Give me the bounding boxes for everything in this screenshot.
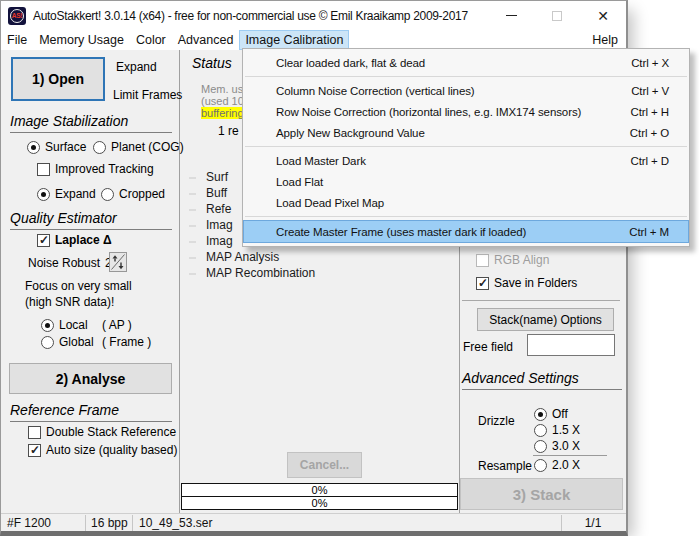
statusbar-divider bbox=[85, 515, 86, 531]
resample-label: Resample bbox=[478, 459, 532, 473]
menu-item-shortcut: Ctrl + D bbox=[631, 155, 670, 167]
menu-item-label: Row Noise Correction (horizontal lines, … bbox=[276, 106, 631, 118]
menubar-item-memory-usage[interactable]: Memory Usage bbox=[33, 30, 130, 50]
minimize-icon bbox=[506, 15, 517, 16]
caption-buttons: ✕ bbox=[488, 1, 626, 30]
expand-label: Expand bbox=[116, 60, 157, 74]
improved-tracking-label: Improved Tracking bbox=[55, 162, 154, 176]
drizzle-15x-radio[interactable]: 1.5 X bbox=[534, 423, 580, 437]
status-step: MAP Recombination bbox=[206, 265, 315, 281]
menu-item-load-master-dark[interactable]: Load Master Dark Ctrl + D bbox=[243, 150, 689, 171]
radio-glyph bbox=[101, 188, 114, 201]
local-label: Local bbox=[59, 318, 97, 332]
status-step: MAP Analysis bbox=[206, 249, 315, 265]
menu-item-load-flat[interactable]: Load Flat bbox=[243, 171, 689, 192]
menu-item-load-dead-pixel-map[interactable]: Load Dead Pixel Map bbox=[243, 192, 689, 213]
quality-estimator-heading: Quality Estimator bbox=[10, 210, 172, 230]
divider-left-middle bbox=[179, 50, 180, 513]
noise-robust-spinner[interactable] bbox=[109, 252, 127, 276]
statusbar: #F 1200 16 bpp 10_49_53.ser 1/1 bbox=[1, 513, 626, 531]
radio-glyph bbox=[41, 319, 54, 332]
global-label: Global bbox=[59, 335, 97, 349]
auto-size-label: Auto size (quality based) bbox=[46, 443, 177, 457]
menu-item-clear-loaded[interactable]: Clear loaded dark, flat & dead Ctrl + X bbox=[243, 52, 689, 73]
expand-radio[interactable]: Expand bbox=[37, 187, 96, 201]
menu-item-shortcut: Ctrl + M bbox=[629, 226, 669, 238]
global-frame-radio[interactable]: Global ( Frame ) bbox=[41, 335, 151, 349]
save-in-folders-label: Save in Folders bbox=[494, 276, 577, 290]
drizzle-30x-label: 3.0 X bbox=[552, 439, 580, 453]
menubar-item-file[interactable]: File bbox=[1, 30, 33, 50]
checkbox-glyph bbox=[28, 444, 41, 457]
checkbox-glyph bbox=[476, 277, 489, 290]
status-info-line: 1 re bbox=[218, 124, 239, 138]
menu-item-column-noise[interactable]: Column Noise Correction (vertical lines)… bbox=[243, 80, 689, 101]
double-stack-checkbox[interactable]: Double Stack Reference bbox=[28, 425, 176, 439]
surface-label: Surface bbox=[45, 140, 86, 154]
progress-bar-top: 0% bbox=[181, 483, 458, 497]
menu-separator bbox=[245, 76, 687, 77]
open-button[interactable]: 1) Open bbox=[11, 57, 105, 101]
rgb-align-checkbox[interactable]: RGB Align bbox=[476, 253, 549, 267]
noise-robust-label: Noise Robust bbox=[28, 256, 100, 270]
stack-options-button[interactable]: Stack(name) Options bbox=[477, 308, 614, 331]
status-buffering-line: buffering, bbox=[201, 107, 247, 119]
focus-hint-line1: Focus on very small bbox=[25, 279, 132, 293]
drizzle-15x-label: 1.5 X bbox=[552, 423, 580, 437]
analyse-button[interactable]: 2) Analyse bbox=[9, 363, 172, 394]
drizzle-label: Drizzle bbox=[478, 414, 515, 428]
radio-glyph bbox=[534, 408, 547, 421]
statusbar-filename: 10_49_53.ser bbox=[139, 516, 212, 530]
close-button[interactable]: ✕ bbox=[580, 1, 626, 30]
laplace-checkbox[interactable]: Laplace Δ bbox=[37, 233, 112, 247]
menu-item-label: Clear loaded dark, flat & dead bbox=[276, 57, 631, 69]
right-panel-divider bbox=[462, 300, 620, 301]
radio-glyph bbox=[37, 188, 50, 201]
step-marker bbox=[189, 177, 196, 179]
menubar-item-color[interactable]: Color bbox=[130, 30, 172, 50]
drizzle-off-radio[interactable]: Off bbox=[534, 407, 568, 421]
resample-20x-radio[interactable]: 2.0 X bbox=[534, 458, 580, 472]
minimize-button[interactable] bbox=[488, 1, 534, 30]
cropped-radio[interactable]: Cropped bbox=[101, 187, 165, 201]
menu-item-create-master-frame[interactable]: Create Master Frame (uses master dark if… bbox=[243, 220, 689, 243]
progress-bar-bottom: 0% bbox=[181, 496, 458, 510]
radio-glyph bbox=[93, 141, 106, 154]
drizzle-resample-divider bbox=[533, 455, 607, 456]
improved-tracking-checkbox[interactable]: Improved Tracking bbox=[37, 162, 154, 176]
menu-item-shortcut: Ctrl + X bbox=[631, 57, 669, 69]
menubar-item-image-calibration[interactable]: Image Calibration bbox=[239, 30, 349, 50]
global-suffix-label: ( Frame ) bbox=[102, 335, 151, 349]
save-in-folders-checkbox[interactable]: Save in Folders bbox=[476, 276, 577, 290]
statusbar-frames: #F 1200 bbox=[7, 516, 51, 530]
free-field-input[interactable] bbox=[527, 334, 615, 356]
planet-cog-radio[interactable]: Planet (COG) bbox=[93, 140, 184, 154]
menu-item-label: Create Master Frame (uses master dark if… bbox=[276, 226, 629, 238]
window-title: AutoStakkert! 3.0.14 (x64) - free for no… bbox=[33, 9, 468, 23]
drizzle-30x-radio[interactable]: 3.0 X bbox=[534, 439, 580, 453]
menu-item-apply-background[interactable]: Apply New Background Value Ctrl + O bbox=[243, 122, 689, 143]
menu-item-label: Apply New Background Value bbox=[276, 127, 630, 139]
menubar-item-advanced[interactable]: Advanced bbox=[172, 30, 240, 50]
focus-hint-line2: (high SNR data)! bbox=[25, 295, 114, 309]
checkbox-glyph bbox=[37, 163, 50, 176]
statusbar-page: 1/1 bbox=[561, 516, 625, 530]
radio-glyph bbox=[534, 459, 547, 472]
statusbar-divider bbox=[132, 515, 133, 531]
auto-size-checkbox[interactable]: Auto size (quality based) bbox=[28, 443, 177, 457]
menubar: File Memory Usage Color Advanced Image C… bbox=[1, 30, 626, 50]
menu-item-shortcut: Ctrl + H bbox=[631, 106, 670, 118]
menu-item-row-noise[interactable]: Row Noise Correction (horizontal lines, … bbox=[243, 101, 689, 122]
app-icon-ring: AS! bbox=[10, 9, 24, 23]
local-suffix-label: ( AP ) bbox=[102, 318, 132, 332]
menubar-item-help[interactable]: Help bbox=[586, 30, 624, 50]
surface-radio[interactable]: Surface bbox=[27, 140, 86, 154]
local-ap-radio[interactable]: Local ( AP ) bbox=[41, 318, 132, 332]
checkbox-glyph bbox=[476, 254, 489, 267]
radio-glyph bbox=[534, 440, 547, 453]
stack-button[interactable]: 3) Stack bbox=[460, 478, 623, 510]
step-marker bbox=[189, 225, 196, 227]
cancel-button[interactable]: Cancel... bbox=[287, 452, 362, 478]
maximize-button[interactable] bbox=[534, 1, 580, 30]
double-stack-label: Double Stack Reference bbox=[46, 425, 176, 439]
